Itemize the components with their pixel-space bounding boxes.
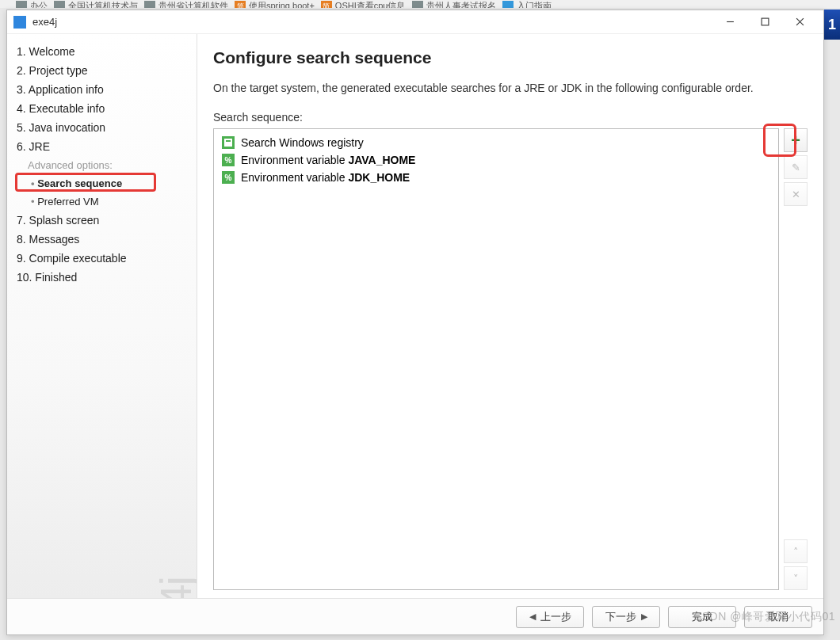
tab-icon	[54, 1, 65, 9]
nav-java-invocation[interactable]: 5. Java invocation	[7, 118, 197, 137]
nav-messages[interactable]: 8. Messages	[7, 230, 197, 249]
finish-button[interactable]: 完成	[668, 606, 736, 628]
nav-finished[interactable]: 10. Finished	[7, 268, 197, 287]
move-up-button[interactable]: ˄	[784, 539, 808, 563]
window-title: exe4j	[32, 16, 712, 28]
next-button[interactable]: 下一步▶	[592, 606, 660, 628]
close-button[interactable]	[782, 11, 817, 33]
main-panel: Configure search sequence On the target …	[197, 34, 823, 598]
maximize-button[interactable]	[747, 11, 782, 33]
arrow-right-icon: ▶	[641, 611, 647, 622]
browser-tab[interactable]: 简OSHI查看cpu信息	[321, 0, 406, 8]
right-edge-strip: 1	[824, 10, 840, 40]
browser-tab[interactable]: 全国计算机技术与	[54, 0, 138, 8]
nav-application-info[interactable]: 3. Application info	[7, 80, 197, 99]
tab-icon: 简	[321, 1, 332, 9]
nav-preferred-vm[interactable]: Preferred VM	[7, 192, 197, 211]
nav-advanced-label: Advanced options:	[7, 156, 197, 174]
sequence-item[interactable]: Search Windows registry	[217, 134, 775, 151]
registry-icon	[222, 136, 235, 149]
env-icon: %	[222, 171, 235, 184]
exe4j-window: exe4j 1. Welcome 2. Project type 3. Appl…	[6, 10, 824, 635]
tab-icon	[502, 1, 514, 9]
wizard-footer: ◀上一步 下一步▶ 完成 取消	[7, 598, 823, 634]
sequence-item[interactable]: % Environment variable JDK_HOME	[217, 169, 775, 186]
tab-icon	[16, 1, 27, 9]
sequence-item-text: Environment variable JDK_HOME	[241, 171, 410, 184]
arrow-left-icon: ◀	[529, 611, 536, 622]
sequence-item-text: Environment variable JAVA_HOME	[241, 154, 415, 166]
add-button[interactable]: +	[784, 128, 808, 152]
sequence-label: Search sequence:	[213, 111, 808, 124]
nav-welcome[interactable]: 1. Welcome	[7, 42, 197, 61]
browser-tab[interactable]: 贵州人事考试报名	[412, 0, 496, 8]
tab-icon: 简	[235, 1, 246, 9]
sequence-item-text: Search Windows registry	[241, 136, 364, 149]
wizard-sidebar: 1. Welcome 2. Project type 3. Applicatio…	[7, 34, 197, 598]
nav-jre[interactable]: 6. JRE	[7, 137, 197, 156]
tab-icon	[144, 1, 155, 9]
browser-tab[interactable]: 办公	[16, 0, 48, 8]
delete-button[interactable]: ✕	[784, 182, 808, 206]
sequence-list[interactable]: Search Windows registry % Environment va…	[213, 128, 779, 590]
svg-rect-5	[226, 140, 231, 142]
back-button[interactable]: ◀上一步	[516, 606, 584, 628]
nav-compile-executable[interactable]: 9. Compile executable	[7, 249, 197, 268]
nav-search-sequence[interactable]: Search sequence	[7, 174, 197, 192]
browser-tab[interactable]: 简使用spring boot+	[235, 0, 315, 8]
browser-tab-strip: 办公 全国计算机技术与 贵州省计算机软件 简使用spring boot+ 简OS…	[0, 0, 840, 8]
nav-project-type[interactable]: 2. Project type	[7, 61, 197, 80]
titlebar[interactable]: exe4j	[7, 10, 823, 34]
cancel-button[interactable]: 取消	[744, 606, 812, 628]
minimize-button[interactable]	[712, 11, 747, 33]
nav-executable-info[interactable]: 4. Executable info	[7, 99, 197, 118]
env-icon: %	[222, 154, 235, 166]
edit-button[interactable]: ✎	[784, 155, 808, 179]
app-icon	[13, 16, 26, 29]
svg-rect-1	[762, 18, 769, 25]
svg-rect-4	[224, 139, 232, 147]
page-heading: Configure search sequence	[213, 48, 808, 67]
sidebar-watermark: exe4j	[150, 577, 197, 598]
nav-splash-screen[interactable]: 7. Splash screen	[7, 211, 197, 230]
browser-tab[interactable]: 入门指南	[502, 0, 552, 8]
move-down-button[interactable]: ˅	[784, 566, 808, 590]
sequence-item[interactable]: % Environment variable JAVA_HOME	[217, 151, 775, 169]
page-description: On the target system, the generated exec…	[213, 80, 808, 97]
sequence-toolbar: + ✎ ✕ ˄ ˅	[779, 128, 808, 590]
tab-icon	[412, 1, 423, 9]
browser-tab[interactable]: 贵州省计算机软件	[144, 0, 228, 8]
